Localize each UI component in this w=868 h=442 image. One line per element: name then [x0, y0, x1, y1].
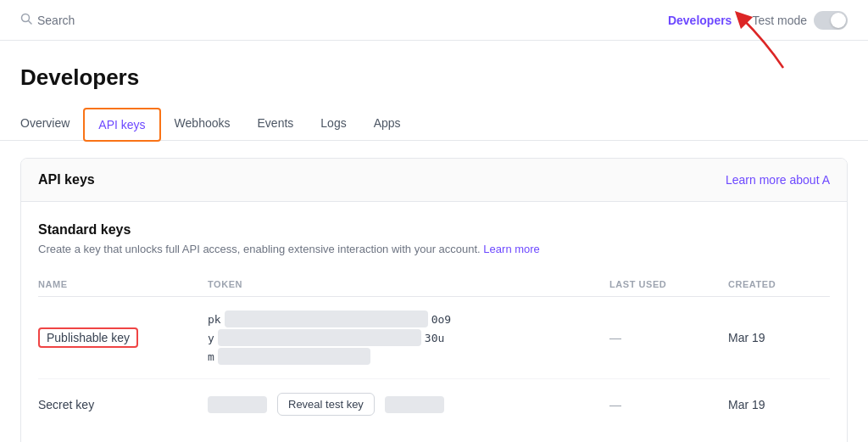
api-keys-section-card: API keys Learn more about A Standard key… [20, 158, 848, 442]
tab-logs[interactable]: Logs [307, 108, 359, 141]
standard-keys-title: Standard keys [38, 222, 830, 238]
publishable-key-name: Publishable key [38, 327, 138, 348]
token-line-2: y 30u [208, 329, 609, 346]
token-line-1: pk 0o9 [208, 311, 609, 327]
toggle-knob [831, 13, 846, 28]
tab-apps[interactable]: Apps [360, 108, 415, 141]
token-prefix-3: m [208, 350, 214, 363]
secret-token-line: Reveal test key [208, 393, 609, 416]
table-row: Secret key Reveal test key — [38, 379, 830, 430]
section-title: API keys [38, 172, 95, 187]
token-blur-2 [218, 329, 421, 346]
publishable-key-created: Mar 19 [728, 297, 830, 379]
reveal-test-key-button[interactable]: Reveal test key [277, 393, 375, 416]
tab-api-keys[interactable]: API keys [83, 108, 160, 142]
table-header-row: NAME TOKEN LAST USED CREATED [38, 272, 830, 297]
last-used-dash-2: — [609, 398, 621, 411]
table-row: Publishable key pk 0o9 y [38, 297, 830, 379]
tabs-bar: Overview API keys Webhooks Events Logs A… [0, 108, 868, 141]
secret-key-name: Secret key [38, 398, 94, 411]
standard-keys-desc: Create a key that unlocks full API acces… [38, 243, 830, 255]
col-header-name: NAME [38, 272, 208, 297]
token-blur-1 [225, 311, 428, 327]
section-body: Standard keys Create a key that unlocks … [21, 202, 847, 442]
publishable-key-token-cell: pk 0o9 y 30u m [208, 297, 609, 379]
col-header-last-used: LAST USED [609, 272, 728, 297]
top-bar: Search Developers Test mode [0, 0, 868, 41]
secret-key-created: Mar 19 [728, 379, 830, 430]
tab-events[interactable]: Events [244, 108, 308, 141]
test-mode-wrap: Test mode [752, 11, 848, 30]
publishable-key-name-cell: Publishable key [38, 297, 208, 379]
section-header: API keys Learn more about A [21, 159, 847, 202]
developers-nav-link[interactable]: Developers [668, 14, 732, 27]
token-blur-3 [218, 348, 370, 365]
learn-more-api-link[interactable]: Learn more about A [726, 173, 830, 187]
search-label: Search [37, 14, 75, 27]
token-suffix-2: 30u [425, 332, 444, 344]
svg-line-1 [29, 21, 32, 25]
tab-webhooks[interactable]: Webhooks [161, 108, 244, 141]
standard-keys-learn-more[interactable]: Learn more [483, 243, 539, 255]
secret-key-token-cell: Reveal test key [208, 379, 609, 430]
page-title: Developers [20, 64, 848, 91]
last-used-dash-1: — [609, 331, 621, 344]
secret-key-last-used: — [609, 379, 728, 430]
token-prefix-1: pk [208, 313, 221, 326]
token-line-3: m [208, 348, 609, 365]
search-area[interactable]: Search [20, 13, 75, 27]
token-prefix-2: y [208, 332, 214, 344]
secret-token-blur-left [208, 396, 267, 413]
test-mode-toggle[interactable] [814, 11, 848, 30]
secret-token-blur-right [385, 396, 444, 413]
token-suffix-1: 0o9 [431, 313, 451, 326]
main-content: API keys Learn more about A Standard key… [0, 158, 868, 442]
publishable-key-last-used: — [609, 297, 728, 379]
tab-overview[interactable]: Overview [20, 108, 83, 141]
page-header: Developers [0, 41, 868, 91]
col-header-token: TOKEN [208, 272, 609, 297]
keys-table: NAME TOKEN LAST USED CREATED Publishable… [38, 272, 830, 429]
top-nav-right: Developers Test mode [668, 11, 848, 30]
search-icon [20, 13, 32, 27]
test-mode-label: Test mode [752, 14, 807, 27]
secret-key-name-cell: Secret key [38, 379, 208, 430]
col-header-created: CREATED [728, 272, 830, 297]
